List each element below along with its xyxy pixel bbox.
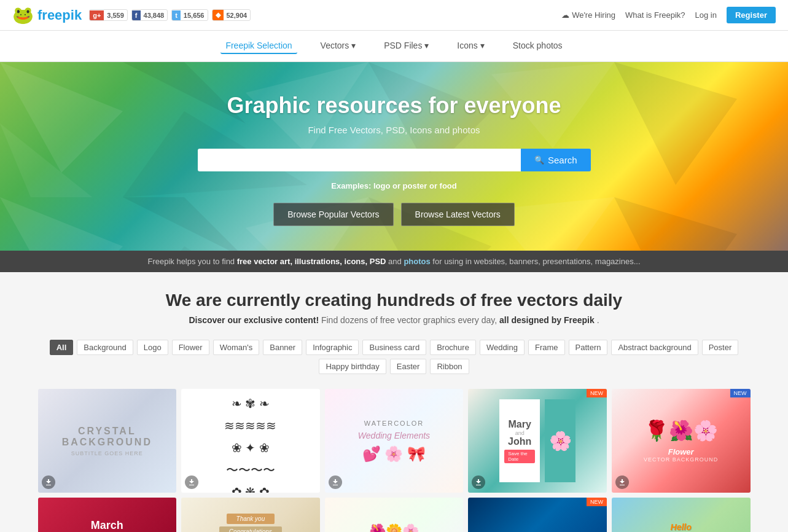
cat-infographic[interactable]: Infographic — [306, 340, 359, 355]
vector-grid: CRYSTALBACKGROUND SUBTITLE GOES HERE Wed… — [38, 389, 751, 532]
facebook-badge[interactable]: f 43,848 — [131, 9, 168, 21]
nav-vectors[interactable]: Vectors ▾ — [316, 38, 361, 54]
examples-separator: or — [392, 181, 400, 190]
twitter-icon: t — [172, 10, 181, 20]
grid-item-spring[interactable]: Hello SPRING! 🌳🏠🌳 ☀ — [612, 498, 751, 532]
browse-popular-button[interactable]: Browse Popular Vectors — [273, 203, 393, 226]
grid-item-flower-bg[interactable]: 🌹🌺🌸 Flower Vector Background NEW — [612, 389, 751, 493]
ornaments-image: Wedding Ornaments ❧ ✾ ❧≋≋≋≋≋❀ ✦ ❀〜〜〜〜✿ ❋… — [181, 389, 320, 493]
wedding-and: and — [515, 430, 525, 436]
download-badge — [42, 475, 55, 489]
crystal-title: CRYSTALBACKGROUND — [62, 426, 152, 448]
wedding-name2: John — [508, 436, 531, 447]
nav-selection[interactable]: Freepik Selection — [220, 38, 297, 54]
logo[interactable]: 🐸 freepik — [12, 5, 82, 25]
main-nav: Freepik Selection Vectors ▾ PSD Files ▾ … — [0, 31, 788, 62]
vintage-frames-image: Thank you Congratulations Lovely you Cel… — [181, 498, 320, 532]
cat-banner[interactable]: Banner — [263, 340, 302, 355]
floral-emoji: 🌺🌼🌸 — [369, 523, 419, 532]
example-logo[interactable]: logo — [373, 181, 390, 190]
search-bar: 🔍 Search — [198, 149, 591, 171]
new-ribbon: NEW — [587, 389, 607, 397]
watercolor-label: WATERCOLOR — [358, 420, 430, 427]
frames-inner: Thank you Congratulations Lovely you Cel… — [186, 510, 315, 532]
frame-thankyou: Thank you — [227, 514, 275, 524]
watercolor-inner: WATERCOLOR Wedding Elements 💕 🌸 🎀 — [358, 420, 430, 463]
cat-ribbon[interactable]: Ribbon — [430, 359, 469, 374]
cat-flower[interactable]: Flower — [172, 340, 209, 355]
nav-psd[interactable]: PSD Files ▾ — [379, 38, 434, 54]
grid-item-watercolor[interactable]: WATERCOLOR Wedding Elements 💕 🌸 🎀 — [325, 389, 464, 493]
info-suffix: for using in websites, banners, presenta… — [432, 257, 640, 266]
social-badges: g+ 3,559 f 43,848 t 15,656 ◆ 52,904 — [89, 9, 251, 21]
watercolor-title: Wedding Elements — [358, 431, 430, 440]
browse-latest-button[interactable]: Browse Latest Vectors — [401, 203, 515, 226]
hiring-link[interactable]: ☁ We're Hiring — [561, 10, 615, 20]
cat-pattern[interactable]: Pattern — [569, 340, 608, 355]
download-icon-4 — [475, 479, 482, 485]
search-button-label: Search — [548, 155, 577, 165]
info-highlight2: photos — [404, 257, 430, 266]
cat-frame[interactable]: Frame — [528, 340, 565, 355]
header-left: 🐸 freepik g+ 3,559 f 43,848 t 15,656 ◆ 5… — [12, 5, 251, 25]
cat-all[interactable]: All — [50, 340, 74, 355]
crystal-bg-image: CRYSTALBACKGROUND SUBTITLE GOES HERE — [38, 389, 177, 493]
example-poster[interactable]: poster — [403, 181, 427, 190]
login-link[interactable]: Log in — [695, 10, 717, 20]
wedding-card-image: Mary and John Save the Date 🌸 — [468, 389, 607, 493]
info-highlight: free vector art, illustrations, icons, P… — [237, 257, 386, 266]
grid-item-womens-day[interactable]: March8 Women'sDay ♀ — [38, 498, 177, 532]
cat-birthday[interactable]: Happy birthday — [319, 359, 386, 374]
rss-badge[interactable]: ◆ 52,904 — [212, 9, 251, 21]
google-plus-badge[interactable]: g+ 3,559 — [89, 9, 128, 21]
ornaments-deco: ❧ ✾ ❧≋≋≋≋≋❀ ✦ ❀〜〜〜〜✿ ❋ ✿ — [214, 393, 287, 493]
cat-womans[interactable]: Woman's — [213, 340, 260, 355]
nav-stock[interactable]: Stock photos — [508, 38, 568, 54]
hiring-label: We're Hiring — [572, 10, 615, 20]
grid-item-ornaments[interactable]: Wedding Ornaments ❧ ✾ ❧≋≋≋≋≋❀ ✦ ❀〜〜〜〜✿ ❋… — [181, 389, 320, 493]
header-right: ☁ We're Hiring What is Freepik? Log in R… — [561, 7, 776, 23]
search-examples: Examples: logo or poster or food — [12, 181, 776, 190]
cat-businesscard[interactable]: Business card — [362, 340, 426, 355]
frame-congratulations: Congratulations — [219, 526, 282, 532]
watercolor-icons: 💕 🌸 🎀 — [358, 445, 430, 463]
cat-logo[interactable]: Logo — [137, 340, 168, 355]
download-icon — [45, 479, 52, 485]
hero-title: Graphic resources for everyone — [12, 93, 776, 119]
examples-separator2: or — [429, 181, 437, 190]
flower-sub: Vector Background — [644, 456, 718, 463]
cat-easter[interactable]: Easter — [390, 359, 427, 374]
twitter-count: 15,656 — [181, 10, 208, 20]
wedding-card-left: Mary and John Save the Date — [499, 399, 540, 482]
example-food[interactable]: food — [440, 181, 457, 190]
twitter-badge[interactable]: t 15,656 — [171, 9, 208, 21]
flower-inner: 🌹🌺🌸 Flower Vector Background — [638, 413, 724, 469]
what-is-freepik-link[interactable]: What is Freepik? — [625, 10, 685, 20]
download-badge-5 — [615, 475, 629, 489]
rss-count: 52,904 — [224, 10, 251, 20]
cat-wedding[interactable]: Wedding — [480, 340, 525, 355]
cat-abstract[interactable]: Abstract background — [611, 340, 698, 355]
grid-item-vintage-frames[interactable]: Thank you Congratulations Lovely you Cel… — [181, 498, 320, 532]
register-button[interactable]: Register — [727, 7, 776, 23]
info-mid: and — [388, 257, 404, 266]
search-button[interactable]: 🔍 Search — [521, 149, 591, 171]
cat-brochure[interactable]: Brochure — [430, 340, 476, 355]
nav-icons[interactable]: Icons ▾ — [452, 38, 489, 54]
cat-background[interactable]: Background — [77, 340, 133, 355]
hero-subtitle: Find Free Vectors, PSD, Icons and photos — [12, 125, 776, 135]
subtitle-end: . — [597, 315, 599, 325]
content-title: We are currently creating hundreds of fr… — [38, 291, 751, 310]
march-text: March8 — [91, 519, 123, 532]
search-input[interactable] — [198, 149, 521, 171]
hero-section: Graphic resources for everyone Find Free… — [0, 62, 788, 251]
flower-emoji: 🌹🌺🌸 — [644, 419, 718, 442]
grid-item-brochure[interactable]: Business 📊🗺 Brochure Design NEW — [468, 498, 607, 532]
wedding-flower-emoji: 🌸 — [549, 430, 572, 452]
grid-item-crystal[interactable]: CRYSTALBACKGROUND SUBTITLE GOES HERE — [38, 389, 177, 493]
grid-item-floral-wedding[interactable]: 🌺🌼🌸 Christine & Peter Wedding 👫 — [325, 498, 464, 532]
cat-poster[interactable]: Poster — [702, 340, 739, 355]
grid-item-wedding-card[interactable]: Mary and John Save the Date 🌸 NEW — [468, 389, 607, 493]
wedding-card-right: 🌸 — [545, 399, 575, 482]
subtitle-bold2: all designed by Freepik — [499, 315, 595, 325]
